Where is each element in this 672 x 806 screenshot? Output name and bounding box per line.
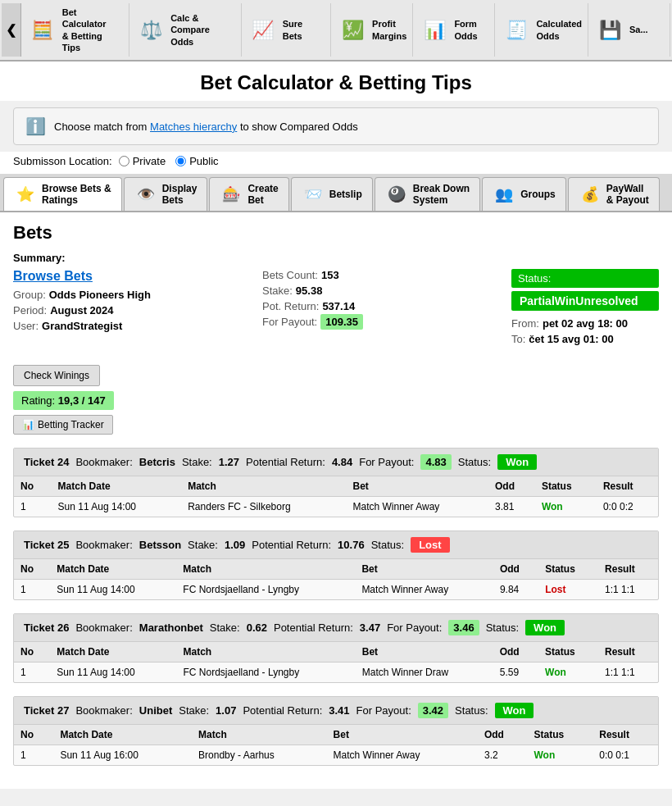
tab-paywall-payout[interactable]: 💰 PayWall& Payout xyxy=(568,177,660,211)
toolbar-calc-compare[interactable]: ⚖️ Calc &Compare Odds xyxy=(129,3,242,57)
col-header: Odd xyxy=(478,725,528,745)
private-radio-input[interactable] xyxy=(119,156,129,166)
col-header: Odd xyxy=(493,559,538,580)
col-header: No xyxy=(14,725,53,745)
toolbar-form-odds[interactable]: 📊 FormOdds xyxy=(413,3,495,57)
col-header: Result xyxy=(598,642,658,663)
from-field: From:pet 02 avg 18: 00 xyxy=(511,317,628,330)
public-radio[interactable]: Public xyxy=(175,155,218,167)
stake-value: 95.38 xyxy=(296,285,323,297)
col-header: Result xyxy=(598,559,658,580)
ticket-id: Ticket 27 xyxy=(24,704,69,717)
period-field: Period:August 2024 xyxy=(13,304,246,316)
row-match-date: Sun 11 Aug 14:00 xyxy=(50,663,176,683)
for-payout-value: 4.83 xyxy=(420,454,451,470)
row-match-date: Sun 11 Aug 16:00 xyxy=(53,745,192,766)
from-value: pet 02 avg 18: 00 xyxy=(543,317,628,330)
check-winings-button[interactable]: Check Winings xyxy=(13,365,100,386)
pot-return-label: Pot. Return: xyxy=(262,300,319,312)
potential-return-value: 3.47 xyxy=(360,622,380,634)
tab-breakdown-system[interactable]: 🎱 Break DownSystem xyxy=(375,177,480,211)
col-header: Match xyxy=(181,476,346,497)
stake-label: Stake: xyxy=(179,704,209,717)
ticket-table: NoMatch DateMatchBetOddStatusResult 1 Su… xyxy=(14,559,658,599)
table-row: 1 Sun 11 Aug 14:00 Randers FC - Silkebor… xyxy=(14,497,658,517)
calc-compare-icon: ⚖️ xyxy=(136,16,166,45)
status-label: Status: xyxy=(486,622,519,634)
summary-section: Summary: Browse Bets Group:Odds Pioneers… xyxy=(13,252,659,435)
tab-create-bet[interactable]: 🎰 CreateBet xyxy=(209,177,288,211)
ticket-ticket-25: Ticket 25 Bookmaker: Betsson Stake: 1.09… xyxy=(13,531,659,600)
toolbar-profit-margins[interactable]: 💹 ProfitMargins xyxy=(331,3,413,57)
betting-tracker-button[interactable]: 📊 Betting Tracker xyxy=(13,415,113,435)
tab-display-bets[interactable]: 👁️ DisplayBets xyxy=(124,177,208,211)
stake-value: 1.07 xyxy=(216,704,236,717)
to-field: To:čet 15 avg 01: 00 xyxy=(511,333,614,345)
public-radio-input[interactable] xyxy=(175,156,186,166)
private-radio[interactable]: Private xyxy=(119,155,166,167)
user-value: GrandStrategist xyxy=(42,320,122,332)
stake-label: Stake: xyxy=(262,285,293,297)
bookmaker-name: Marathonbet xyxy=(139,622,203,634)
toolbar-sa[interactable]: 💾 Sa... xyxy=(588,3,670,57)
tab-betslip[interactable]: 📨 Betslip xyxy=(291,177,373,211)
tab-betslip-label: Betslip xyxy=(329,189,362,200)
col-header: Status xyxy=(538,642,598,663)
ticket-id: Ticket 25 xyxy=(24,539,69,551)
toolbar-calc-compare-label: Calc &Compare Odds xyxy=(170,12,234,48)
bookmaker-name: Betsson xyxy=(139,539,181,551)
status-label: Status: xyxy=(458,456,491,468)
toolbar-bet-calculator[interactable]: 🧮 Bet Calculator& Betting Tips xyxy=(21,3,129,57)
col-header: Status xyxy=(527,725,593,745)
ticket-header: Ticket 27 Bookmaker: Unibet Stake: 1.07 … xyxy=(14,697,658,725)
row-no: 1 xyxy=(14,663,50,683)
row-status: Lost xyxy=(538,580,598,600)
col-header: Status xyxy=(538,559,598,580)
col-header: Bet xyxy=(355,559,493,580)
toolbar-profit-margins-label: ProfitMargins xyxy=(372,18,406,42)
col-header: Bet xyxy=(347,476,488,497)
tab-paywall-payout-label: PayWall& Payout xyxy=(606,183,649,206)
row-bet: Match Winner Draw xyxy=(356,663,493,683)
ticket-table: NoMatch DateMatchBetOddStatusResult 1 Su… xyxy=(14,642,658,682)
ticket-header: Ticket 25 Bookmaker: Betsson Stake: 1.09… xyxy=(14,531,658,559)
submission-radio-group: Private Public xyxy=(119,155,219,167)
for-payout-value: 3.46 xyxy=(448,620,479,635)
ticket-ticket-26: Ticket 26 Bookmaker: Marathonbet Stake: … xyxy=(13,613,659,683)
bookmaker-label: Bookmaker: xyxy=(75,456,132,468)
browse-bets-link[interactable]: Browse Bets xyxy=(13,269,93,284)
toolbar-sure-bets[interactable]: 📈 Sure Bets xyxy=(242,3,331,57)
tab-display-bets-label: DisplayBets xyxy=(162,183,198,206)
for-payout-value: 109.35 xyxy=(320,314,363,330)
row-match: Brondby - Aarhus xyxy=(192,745,327,766)
col-header: Result xyxy=(593,725,658,745)
potential-return-label: Potential Return: xyxy=(252,539,331,551)
form-odds-icon: 📊 xyxy=(420,16,449,45)
rating-value: 19,3 / 147 xyxy=(58,394,106,407)
tab-browse-bets-ratings[interactable]: ⭐ Browse Bets &Ratings xyxy=(3,177,122,212)
row-match: Randers FC - Silkeborg xyxy=(181,497,346,517)
col-header: Match xyxy=(192,725,327,745)
info-icon: ℹ️ xyxy=(25,116,46,136)
bookmaker-label: Bookmaker: xyxy=(75,704,132,717)
row-status: Won xyxy=(538,663,598,683)
toolbar-calculated-odds[interactable]: 🧾 CalculatedOdds xyxy=(495,3,588,57)
col-header: Match Date xyxy=(50,642,176,663)
summary-title: Summary: xyxy=(13,252,659,264)
potential-return-label: Potential Return: xyxy=(243,704,322,717)
ticket-table: NoMatch DateMatchBetOddStatusResult 1 Su… xyxy=(14,476,658,517)
ticket-ticket-24: Ticket 24 Bookmaker: Betcris Stake: 1.27… xyxy=(13,448,659,517)
tab-browse-bets-ratings-label: Browse Bets &Ratings xyxy=(42,183,111,206)
tab-groups[interactable]: 👥 Groups xyxy=(482,177,566,211)
bookmaker-label: Bookmaker: xyxy=(75,539,132,551)
matches-hierarchy-link[interactable]: Matches hierarchy xyxy=(150,121,237,133)
col-header: Status xyxy=(535,476,597,497)
nav-back-button[interactable]: ❮ xyxy=(2,3,21,57)
row-odd: 9.84 xyxy=(493,580,538,600)
table-row: 1 Sun 11 Aug 14:00 FC Nordsjaelland - Ly… xyxy=(14,580,658,600)
ticket-header: Ticket 26 Bookmaker: Marathonbet Stake: … xyxy=(14,614,658,642)
col-header: No xyxy=(14,642,50,663)
sa-icon: 💾 xyxy=(595,16,624,45)
tab-create-bet-label: CreateBet xyxy=(247,183,278,206)
public-label: Public xyxy=(189,155,218,167)
